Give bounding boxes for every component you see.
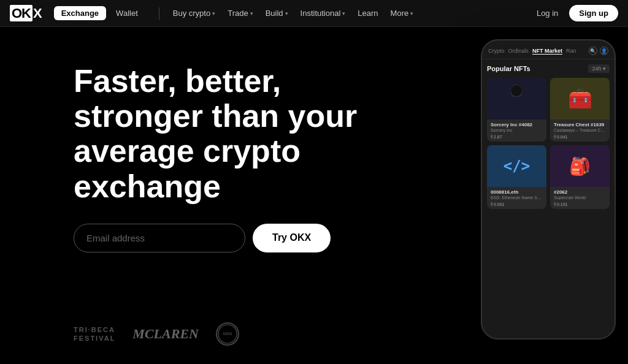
nft-image-supercute: 🎒 (550, 145, 610, 187)
navbar: OKX Exchange Wallet Buy crypto ▾ Trade ▾… (0, 0, 628, 27)
nft-price-ens: ⟠ 0.001 (491, 202, 543, 207)
tab-wallet[interactable]: Wallet (109, 6, 145, 20)
email-input[interactable] (74, 224, 245, 252)
phone-tab-ordinals[interactable]: Ordinals (508, 48, 529, 55)
chevron-down-icon: ▾ (285, 10, 288, 17)
nav-learn[interactable]: Learn (353, 6, 383, 20)
nft-image-sorcery (487, 78, 546, 119)
nft-info-chest: Treasure Chest #1639 Castaways – Treasur… (550, 119, 610, 142)
nft-name-chest: Treasure Chest #1639 (554, 122, 606, 127)
hero-section: Faster, better, stronger than your avera… (0, 27, 628, 364)
svg-point-4 (511, 85, 522, 96)
nft-card-sorcery[interactable]: Sorcery Inc #4082 Sorcery Inc ⟠ 2.87 (487, 78, 546, 142)
phone-tab-ran[interactable]: Ran (566, 48, 576, 55)
popular-nfts-title: Popular NFTs (487, 65, 530, 72)
nft-image-ens: </> (487, 145, 546, 187)
nft-name-sorcery: Sorcery Inc #4082 (491, 122, 543, 127)
phone-tab-crypto[interactable]: Crypto (488, 48, 505, 55)
nft-image-chest: 🧰 (550, 78, 610, 119)
nft-price-sorcery: ⟠ 2.87 (491, 134, 543, 139)
code-image: </> (504, 157, 530, 175)
nft-card-supercute[interactable]: 🎒 #2062 Supercute World ⟠ 0.101 (550, 145, 610, 209)
nft-collection-supercute: Supercute World (554, 195, 606, 200)
character-image: 🎒 (569, 156, 591, 176)
nft-grid-top: Sorcery Inc #4082 Sorcery Inc ⟠ 2.87 🧰 (487, 78, 610, 142)
time-filter-badge[interactable]: 24h ▾ (588, 64, 610, 73)
profile-icon[interactable]: 👤 (600, 47, 608, 55)
phone-nav-tabs: Crypto Ordinals NFT Market Ran (488, 48, 576, 55)
hero-title: Faster, better, stronger than your avera… (74, 64, 368, 204)
hero-form: Try OKX (74, 224, 368, 252)
chevron-down-icon: ▾ (212, 10, 215, 17)
phone-header: Crypto Ordinals NFT Market Ran 🔍 👤 (482, 40, 615, 59)
nft-name-ens: 0008816.eth (491, 189, 543, 195)
nft-card-chest[interactable]: 🧰 Treasure Chest #1639 Castaways – Treas… (550, 78, 610, 142)
eth-icon: ⟠ (554, 202, 556, 207)
nav-more[interactable]: More ▾ (386, 6, 419, 20)
chest-image: 🧰 (568, 87, 592, 110)
phone-mockup: Crypto Ordinals NFT Market Ran 🔍 👤 Popul… (481, 39, 616, 339)
login-button[interactable]: Log in (530, 6, 564, 20)
nav-tabs: Exchange Wallet (54, 6, 145, 20)
eth-icon: ⟠ (491, 134, 492, 139)
nft-collection-chest: Castaways – Treasure Chests (554, 128, 606, 132)
nft-grid-bottom: </> 0008816.eth ENS: Ethereum Name Servi… (487, 145, 610, 209)
logo[interactable]: OKX (10, 6, 42, 21)
nft-card-ens[interactable]: </> 0008816.eth ENS: Ethereum Name Servi… (487, 145, 546, 209)
phone-tab-nft[interactable]: NFT Market (532, 48, 562, 55)
search-icon[interactable]: 🔍 (589, 47, 597, 55)
phone-body: Popular NFTs 24h ▾ Sorcery Inc #4082 (482, 59, 615, 214)
nav-build[interactable]: Build ▾ (261, 6, 293, 20)
nft-info-supercute: #2062 Supercute World ⟠ 0.101 (550, 187, 610, 209)
tab-exchange[interactable]: Exchange (54, 6, 106, 20)
nft-name-supercute: #2062 (554, 189, 606, 195)
chevron-down-icon: ▾ (342, 10, 345, 17)
nav-institutional[interactable]: Institutional ▾ (296, 6, 351, 20)
nft-collection-ens: ENS: Ethereum Name Servi... (491, 195, 543, 200)
nav-trade[interactable]: Trade ▾ (223, 6, 258, 20)
try-okx-button[interactable]: Try OKX (253, 224, 331, 252)
nft-price-chest: ⟠ 0.041 (554, 134, 606, 139)
signup-button[interactable]: Sign up (569, 5, 618, 21)
nav-links: Buy crypto ▾ Trade ▾ Build ▾ Institution… (168, 6, 526, 20)
eth-icon: ⟠ (554, 134, 556, 139)
hero-content: Faster, better, stronger than your avera… (74, 64, 368, 364)
nav-right: Log in Sign up (530, 5, 618, 21)
popular-nfts-header: Popular NFTs 24h ▾ (487, 64, 610, 73)
chevron-down-icon: ▾ (410, 10, 413, 17)
logo-text: OKX (10, 6, 42, 21)
nft-price-supercute: ⟠ 0.101 (554, 202, 606, 207)
phone-action-icons: 🔍 👤 (589, 47, 608, 55)
nft-info-ens: 0008816.eth ENS: Ethereum Name Servi... … (487, 187, 546, 209)
svg-rect-3 (508, 97, 525, 113)
eth-icon: ⟠ (491, 202, 492, 207)
nav-buy-crypto[interactable]: Buy crypto ▾ (168, 6, 220, 20)
nft-collection-sorcery: Sorcery Inc (491, 128, 543, 132)
nft-info-sorcery: Sorcery Inc #4082 Sorcery Inc ⟠ 2.87 (487, 119, 546, 142)
chevron-down-icon: ▾ (250, 10, 253, 17)
nav-divider (159, 7, 159, 20)
